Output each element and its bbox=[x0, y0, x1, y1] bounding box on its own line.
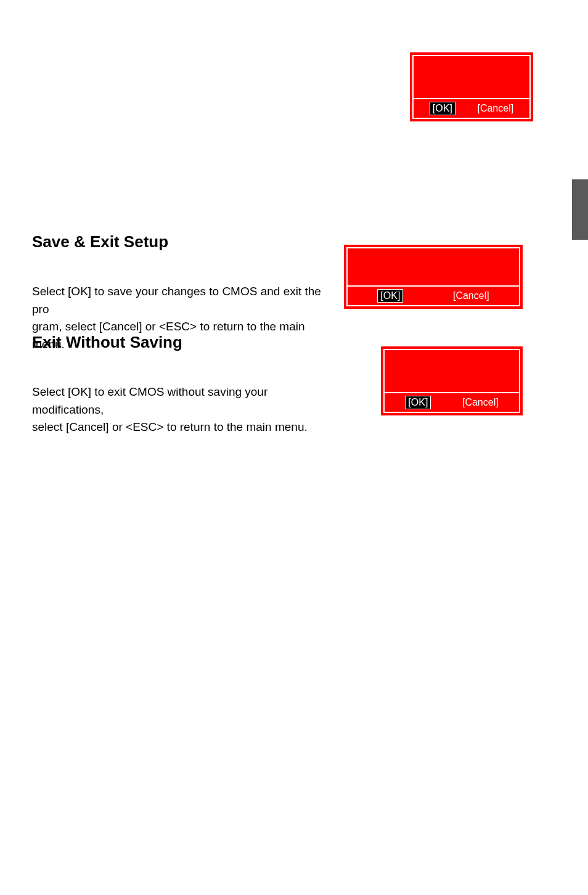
dialog-exit-nosave: [OK] [Cancel] bbox=[381, 346, 523, 415]
cancel-button[interactable]: [Cancel] bbox=[453, 290, 489, 301]
save-exit-paragraph-line1: Select [OK] to save your changes to CMOS… bbox=[32, 285, 321, 316]
ok-button[interactable]: [OK] bbox=[377, 289, 403, 303]
dialog-save-exit-button-row: [OK] [Cancel] bbox=[348, 287, 519, 305]
exit-without-saving-paragraph-line2: select [Cancel] or <ESC> to return to th… bbox=[32, 420, 308, 433]
dialog-top-body bbox=[414, 56, 529, 99]
cancel-button[interactable]: [Cancel] bbox=[462, 397, 499, 408]
cancel-button[interactable]: [Cancel] bbox=[477, 103, 513, 114]
dialog-save-exit-body bbox=[348, 248, 519, 287]
exit-without-saving-paragraph: Select [OK] to exit CMOS without saving … bbox=[32, 383, 340, 436]
ok-button[interactable]: [OK] bbox=[405, 396, 431, 409]
page-side-tab bbox=[572, 179, 588, 240]
exit-without-saving-heading: Exit Without Saving bbox=[32, 333, 182, 352]
dialog-exit-nosave-body bbox=[385, 350, 519, 393]
dialog-exit-nosave-inner: [OK] [Cancel] bbox=[383, 349, 520, 413]
dialog-top: [OK] [Cancel] bbox=[410, 52, 533, 121]
dialog-save-exit-inner: [OK] [Cancel] bbox=[346, 247, 520, 306]
dialog-exit-nosave-button-row: [OK] [Cancel] bbox=[385, 393, 519, 412]
dialog-top-inner: [OK] [Cancel] bbox=[412, 55, 531, 119]
exit-without-saving-paragraph-line1: Select [OK] to exit CMOS without saving … bbox=[32, 385, 267, 416]
save-exit-heading: Save & Exit Setup bbox=[32, 232, 168, 251]
dialog-save-exit: [OK] [Cancel] bbox=[344, 245, 523, 309]
dialog-top-button-row: [OK] [Cancel] bbox=[414, 99, 529, 118]
ok-button[interactable]: [OK] bbox=[430, 102, 455, 115]
